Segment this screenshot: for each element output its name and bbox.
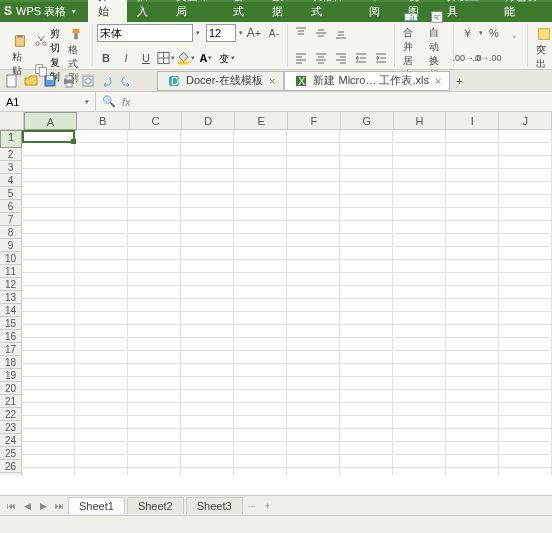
cell[interactable] (22, 156, 75, 169)
cell[interactable] (287, 390, 340, 403)
underline-button[interactable]: U (137, 49, 155, 67)
cell[interactable] (22, 260, 75, 273)
row-header[interactable]: 24 (0, 434, 22, 447)
cell[interactable] (75, 156, 128, 169)
row-header[interactable]: 13 (0, 291, 22, 304)
tab-formula[interactable]: 公式 (223, 0, 262, 22)
cell[interactable] (128, 299, 181, 312)
cell[interactable] (499, 130, 552, 143)
cell[interactable] (393, 468, 446, 475)
cell[interactable] (340, 442, 393, 455)
cell[interactable] (287, 143, 340, 156)
cell[interactable] (234, 442, 287, 455)
cell[interactable] (393, 416, 446, 429)
cell[interactable] (75, 442, 128, 455)
row-header[interactable]: 12 (0, 278, 22, 291)
row-header[interactable]: 14 (0, 304, 22, 317)
cell[interactable] (234, 130, 287, 143)
increase-font-icon[interactable]: A+ (245, 24, 263, 42)
cell[interactable] (22, 182, 75, 195)
prev-sheet-icon[interactable]: ◀ (20, 499, 34, 513)
cell[interactable] (446, 286, 499, 299)
cell[interactable] (22, 143, 75, 156)
col-header[interactable]: G (341, 112, 394, 130)
cell[interactable] (340, 195, 393, 208)
cell[interactable] (393, 403, 446, 416)
cell[interactable] (446, 156, 499, 169)
cell[interactable] (234, 208, 287, 221)
cell[interactable] (340, 169, 393, 182)
cell[interactable] (181, 247, 234, 260)
cell[interactable] (22, 351, 75, 364)
cell[interactable] (234, 312, 287, 325)
cell[interactable] (287, 403, 340, 416)
cell[interactable] (287, 338, 340, 351)
cell[interactable] (446, 390, 499, 403)
cell[interactable] (287, 208, 340, 221)
cell[interactable] (75, 247, 128, 260)
row-header[interactable]: 10 (0, 252, 22, 265)
cell[interactable] (22, 130, 75, 143)
cell[interactable] (446, 299, 499, 312)
cell[interactable] (128, 260, 181, 273)
cell[interactable] (499, 364, 552, 377)
open-icon[interactable] (23, 73, 39, 89)
cell[interactable] (499, 312, 552, 325)
cell[interactable] (234, 351, 287, 364)
col-header[interactable]: B (77, 112, 130, 130)
cell[interactable] (234, 377, 287, 390)
cell[interactable] (75, 286, 128, 299)
cell[interactable] (499, 377, 552, 390)
row-header[interactable]: 18 (0, 356, 22, 369)
cell[interactable] (128, 442, 181, 455)
cell[interactable] (75, 429, 128, 442)
cell[interactable] (181, 273, 234, 286)
cell[interactable] (287, 221, 340, 234)
cell[interactable] (446, 351, 499, 364)
cell[interactable] (128, 364, 181, 377)
cell[interactable] (446, 312, 499, 325)
cell[interactable] (181, 468, 234, 475)
tab-layout[interactable]: 页面布局 (166, 0, 224, 22)
tab-tablestyle[interactable]: 表格样式 (301, 0, 359, 22)
cell[interactable] (128, 377, 181, 390)
cell[interactable] (234, 234, 287, 247)
decrease-font-icon[interactable]: A- (265, 24, 283, 42)
cell[interactable] (446, 195, 499, 208)
more-sheets-icon[interactable]: ··· (245, 499, 259, 513)
cell[interactable] (340, 325, 393, 338)
cell[interactable] (75, 351, 128, 364)
font-color-button[interactable]: A▾ (197, 49, 215, 67)
cell[interactable] (128, 390, 181, 403)
col-header[interactable]: A (24, 112, 77, 130)
cell[interactable] (75, 273, 128, 286)
cell[interactable] (181, 442, 234, 455)
col-header[interactable]: D (182, 112, 235, 130)
cell[interactable] (75, 130, 128, 143)
cell[interactable] (181, 156, 234, 169)
cell[interactable] (22, 455, 75, 468)
cell[interactable] (340, 182, 393, 195)
align-right-icon[interactable] (332, 49, 350, 67)
cell[interactable] (446, 169, 499, 182)
tab-insert[interactable]: 插入 (127, 0, 166, 22)
cell[interactable] (128, 234, 181, 247)
col-header[interactable]: E (235, 112, 288, 130)
font-size-select[interactable] (206, 24, 236, 42)
cell[interactable] (340, 208, 393, 221)
cell[interactable] (22, 273, 75, 286)
cell[interactable] (22, 429, 75, 442)
cell[interactable] (22, 403, 75, 416)
doc-tab-workbook[interactable]: X 新建 Micro… 工作表.xls × (284, 71, 450, 91)
cell[interactable] (75, 468, 128, 475)
cell[interactable] (234, 156, 287, 169)
cell[interactable] (340, 299, 393, 312)
tab-review[interactable]: 审阅 (359, 0, 398, 22)
cell[interactable] (22, 364, 75, 377)
cell[interactable] (393, 247, 446, 260)
cell[interactable] (446, 273, 499, 286)
cell[interactable] (393, 234, 446, 247)
row-header[interactable]: 1 (0, 130, 22, 148)
cell[interactable] (128, 221, 181, 234)
align-top-icon[interactable] (292, 24, 310, 42)
